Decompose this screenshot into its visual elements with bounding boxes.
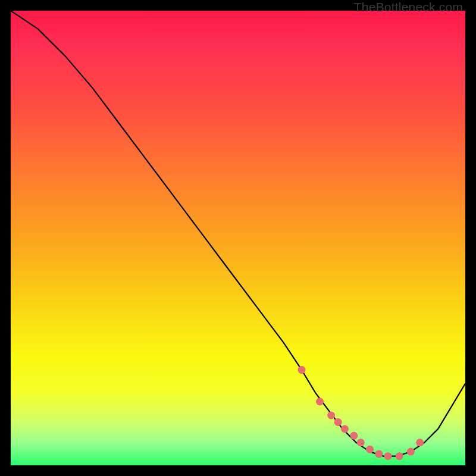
- bottleneck-curve-path: [11, 11, 465, 456]
- highlight-dot: [396, 452, 403, 460]
- chart-frame: TheBottleneck.com: [0, 0, 476, 476]
- highlight-dot: [298, 366, 306, 374]
- highlight-dot: [366, 446, 374, 453]
- highlight-dot: [316, 398, 324, 406]
- highlight-dot: [416, 439, 424, 446]
- plot-gradient-background: [11, 11, 465, 465]
- highlight-dot: [357, 439, 365, 446]
- highlight-dot: [407, 448, 415, 456]
- highlight-dot: [334, 418, 342, 426]
- watermark-text: TheBottleneck.com: [354, 0, 463, 14]
- highlight-dot: [350, 432, 358, 440]
- curve-svg: [11, 11, 465, 465]
- highlight-dot: [375, 450, 383, 458]
- highlight-dot: [341, 425, 349, 433]
- highlight-dot: [384, 452, 392, 460]
- highlight-dot: [327, 412, 335, 419]
- bottleneck-curve-line: [11, 11, 465, 456]
- highlight-dots: [298, 366, 424, 460]
